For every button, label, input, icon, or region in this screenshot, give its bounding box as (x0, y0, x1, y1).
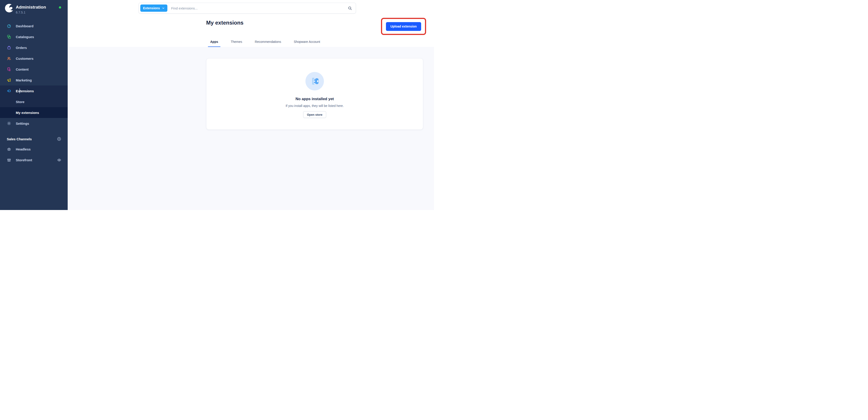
page-title: My extensions (206, 20, 243, 26)
tab-themes[interactable]: Themes (228, 40, 245, 47)
search-input-placeholder: Find extensions... (171, 6, 348, 10)
sidebar-item-label: Customers (16, 57, 33, 60)
extensions-icon (7, 89, 11, 93)
page-header: My extensions Upload extension Apps Them… (68, 16, 434, 47)
tab-apps[interactable]: Apps (208, 40, 220, 47)
basket-icon (7, 147, 11, 151)
orders-icon (7, 46, 11, 50)
marketing-icon (7, 78, 11, 82)
online-status-dot (59, 6, 61, 8)
sidebar-item-settings[interactable]: Settings (0, 118, 68, 129)
sidebar-item-label: Dashboard (16, 24, 33, 28)
sidebar-item-extensions[interactable]: Extensions (0, 86, 68, 96)
sidebar-item-my-extensions[interactable]: My extensions (0, 107, 68, 118)
sales-channels-title: Sales Channels (7, 137, 57, 141)
customers-icon (7, 56, 11, 61)
sidebar-item-store[interactable]: Store (0, 96, 68, 107)
main-menu: Dashboard Catalogues Orders Customer (0, 21, 68, 129)
upload-extension-button[interactable]: Upload extension (386, 22, 422, 31)
app-version: 6.7.5.1 (16, 11, 46, 14)
sales-channels-header: Sales Channels (0, 134, 68, 144)
sales-channels-section: Sales Channels Headless Storefront (0, 134, 68, 166)
search-scope-label: Extensions (143, 6, 160, 10)
sidebar-item-label: Extensions (16, 89, 34, 93)
settings-icon (7, 121, 11, 126)
page-content: No apps installed yet If you install app… (68, 47, 434, 210)
empty-state-card: No apps installed yet If you install app… (206, 58, 423, 130)
sidebar-item-content[interactable]: Content (0, 64, 68, 74)
global-search-bar[interactable]: Extensions Find extensions... (138, 3, 356, 13)
search-icon[interactable] (348, 6, 352, 10)
sidebar-item-orders[interactable]: Orders (0, 42, 68, 53)
sidebar-item-label: Store (16, 100, 24, 104)
storefront-icon (7, 158, 11, 162)
sidebar-item-label: Catalogues (16, 35, 34, 39)
sidebar-item-label: Settings (16, 122, 29, 125)
sidebar-item-label: My extensions (16, 111, 39, 115)
app-title: Administration (16, 5, 46, 9)
sidebar-item-dashboard[interactable]: Dashboard (0, 21, 68, 31)
sidebar: Administration 6.7.5.1 Dashboard Catalog… (0, 0, 68, 210)
sidebar-item-label: Orders (16, 46, 27, 50)
extension-tabs: Apps Themes Recommendations Shopware Acc… (208, 40, 322, 47)
sales-channel-headless[interactable]: Headless (0, 144, 68, 154)
annotation-highlight-box: Upload extension (381, 18, 426, 35)
empty-state-title: No apps installed yet (296, 97, 334, 101)
sales-channel-storefront[interactable]: Storefront (0, 154, 68, 166)
tab-shopware-account[interactable]: Shopware Account (291, 40, 322, 47)
shopware-admin: Administration 6.7.5.1 Dashboard Catalog… (0, 0, 434, 210)
sidebar-header: Administration 6.7.5.1 (0, 0, 68, 21)
empty-state-subtitle: If you install apps, they will be listed… (286, 104, 344, 108)
eye-icon[interactable] (57, 158, 61, 162)
chevron-down-icon (162, 7, 165, 9)
sidebar-item-marketing[interactable]: Marketing (0, 74, 68, 86)
sidebar-item-label: Marketing (16, 78, 32, 82)
sidebar-item-catalogues[interactable]: Catalogues (0, 31, 68, 42)
content-icon (7, 67, 11, 71)
brand: Administration 6.7.5.1 (16, 5, 46, 14)
sales-channel-label: Storefront (16, 158, 57, 162)
plug-icon (305, 72, 324, 90)
open-store-button[interactable]: Open store (303, 111, 327, 118)
dashboard-icon (7, 24, 11, 28)
sidebar-item-customers[interactable]: Customers (0, 53, 68, 64)
sidebar-item-label: Content (16, 67, 29, 71)
text-cursor-ibeam (20, 88, 20, 93)
shopware-logo-icon (5, 4, 13, 12)
sales-channel-label: Headless (16, 147, 61, 151)
search-scope-chip[interactable]: Extensions (140, 4, 167, 12)
plus-circle-icon[interactable] (57, 137, 61, 141)
catalogues-icon (7, 34, 11, 39)
tab-recommendations[interactable]: Recommendations (253, 40, 283, 47)
